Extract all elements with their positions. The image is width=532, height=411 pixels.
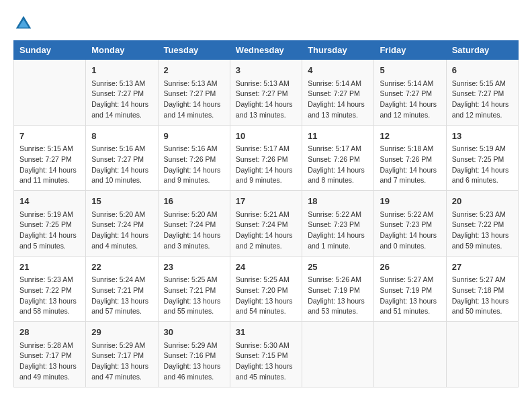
- day-number: 30: [164, 326, 224, 339]
- weekday-header-cell: Sunday: [14, 41, 86, 60]
- day-info: Sunrise: 5:17 AM Sunset: 7:26 PM Dayligh…: [236, 144, 296, 186]
- calendar-header: SundayMondayTuesdayWednesdayThursdayFrid…: [14, 41, 519, 60]
- calendar-day-cell: 28Sunrise: 5:28 AM Sunset: 7:17 PM Dayli…: [14, 322, 86, 387]
- calendar-week-row: 7Sunrise: 5:15 AM Sunset: 7:27 PM Daylig…: [14, 125, 519, 191]
- logo-icon: [13, 13, 34, 34]
- day-number: 17: [236, 195, 296, 208]
- day-info: Sunrise: 5:19 AM Sunset: 7:25 PM Dayligh…: [19, 210, 80, 252]
- day-number: 4: [308, 64, 368, 77]
- day-info: Sunrise: 5:18 AM Sunset: 7:26 PM Dayligh…: [380, 144, 440, 186]
- day-number: 19: [380, 195, 440, 208]
- day-number: 11: [308, 130, 368, 143]
- weekday-header-cell: Monday: [86, 41, 158, 60]
- calendar-body: 1Sunrise: 5:13 AM Sunset: 7:27 PM Daylig…: [14, 60, 519, 387]
- day-info: Sunrise: 5:17 AM Sunset: 7:26 PM Dayligh…: [308, 144, 368, 186]
- day-info: Sunrise: 5:21 AM Sunset: 7:24 PM Dayligh…: [236, 210, 296, 252]
- day-number: 16: [164, 195, 224, 208]
- calendar-day-cell: 20Sunrise: 5:23 AM Sunset: 7:22 PM Dayli…: [446, 191, 518, 257]
- day-info: Sunrise: 5:14 AM Sunset: 7:27 PM Dayligh…: [380, 79, 440, 121]
- day-number: 13: [452, 130, 513, 143]
- calendar-day-cell: 2Sunrise: 5:13 AM Sunset: 7:27 PM Daylig…: [158, 60, 230, 126]
- calendar-day-cell: 1Sunrise: 5:13 AM Sunset: 7:27 PM Daylig…: [86, 60, 158, 126]
- calendar-week-row: 21Sunrise: 5:23 AM Sunset: 7:22 PM Dayli…: [14, 256, 519, 322]
- calendar-day-cell: 12Sunrise: 5:18 AM Sunset: 7:26 PM Dayli…: [374, 125, 446, 191]
- day-info: Sunrise: 5:23 AM Sunset: 7:22 PM Dayligh…: [19, 275, 80, 317]
- day-info: Sunrise: 5:20 AM Sunset: 7:24 PM Dayligh…: [164, 210, 224, 252]
- day-number: 14: [19, 195, 80, 208]
- day-info: Sunrise: 5:27 AM Sunset: 7:18 PM Dayligh…: [452, 275, 513, 317]
- calendar-day-cell: 29Sunrise: 5:29 AM Sunset: 7:17 PM Dayli…: [86, 322, 158, 387]
- weekday-header-cell: Tuesday: [158, 41, 230, 60]
- calendar-day-cell: 7Sunrise: 5:15 AM Sunset: 7:27 PM Daylig…: [14, 125, 86, 191]
- calendar-week-row: 1Sunrise: 5:13 AM Sunset: 7:27 PM Daylig…: [14, 60, 519, 126]
- day-info: Sunrise: 5:19 AM Sunset: 7:25 PM Dayligh…: [452, 144, 513, 186]
- calendar-day-cell: 22Sunrise: 5:24 AM Sunset: 7:21 PM Dayli…: [86, 256, 158, 322]
- calendar-day-cell: [14, 60, 86, 126]
- day-info: Sunrise: 5:27 AM Sunset: 7:19 PM Dayligh…: [380, 275, 440, 317]
- day-number: 18: [308, 195, 368, 208]
- day-info: Sunrise: 5:16 AM Sunset: 7:27 PM Dayligh…: [91, 144, 152, 186]
- day-info: Sunrise: 5:24 AM Sunset: 7:21 PM Dayligh…: [91, 275, 152, 317]
- calendar-day-cell: 8Sunrise: 5:16 AM Sunset: 7:27 PM Daylig…: [86, 125, 158, 191]
- day-number: 26: [380, 261, 440, 274]
- calendar-day-cell: 9Sunrise: 5:16 AM Sunset: 7:26 PM Daylig…: [158, 125, 230, 191]
- day-number: 6: [452, 64, 513, 77]
- calendar-day-cell: [302, 322, 374, 387]
- calendar-day-cell: 25Sunrise: 5:26 AM Sunset: 7:19 PM Dayli…: [302, 256, 374, 322]
- day-info: Sunrise: 5:28 AM Sunset: 7:17 PM Dayligh…: [19, 340, 80, 383]
- weekday-header-row: SundayMondayTuesdayWednesdayThursdayFrid…: [14, 41, 519, 60]
- day-number: 27: [452, 261, 513, 274]
- day-number: 22: [91, 261, 152, 274]
- calendar-day-cell: 23Sunrise: 5:25 AM Sunset: 7:21 PM Dayli…: [158, 256, 230, 322]
- day-number: 8: [91, 130, 152, 143]
- day-info: Sunrise: 5:20 AM Sunset: 7:24 PM Dayligh…: [91, 210, 152, 252]
- weekday-header-cell: Friday: [374, 41, 446, 60]
- logo: [13, 13, 35, 34]
- day-info: Sunrise: 5:15 AM Sunset: 7:27 PM Dayligh…: [452, 79, 513, 121]
- calendar-day-cell: 11Sunrise: 5:17 AM Sunset: 7:26 PM Dayli…: [302, 125, 374, 191]
- day-number: 10: [236, 130, 296, 143]
- day-info: Sunrise: 5:30 AM Sunset: 7:15 PM Dayligh…: [236, 340, 296, 383]
- day-info: Sunrise: 5:14 AM Sunset: 7:27 PM Dayligh…: [308, 79, 368, 121]
- day-info: Sunrise: 5:23 AM Sunset: 7:22 PM Dayligh…: [452, 210, 513, 252]
- calendar-day-cell: 5Sunrise: 5:14 AM Sunset: 7:27 PM Daylig…: [374, 60, 446, 126]
- calendar-day-cell: 14Sunrise: 5:19 AM Sunset: 7:25 PM Dayli…: [14, 191, 86, 257]
- day-number: 3: [236, 64, 296, 77]
- calendar-day-cell: 24Sunrise: 5:25 AM Sunset: 7:20 PM Dayli…: [230, 256, 302, 322]
- day-info: Sunrise: 5:25 AM Sunset: 7:21 PM Dayligh…: [164, 275, 224, 317]
- day-info: Sunrise: 5:22 AM Sunset: 7:23 PM Dayligh…: [380, 210, 440, 252]
- calendar-day-cell: 15Sunrise: 5:20 AM Sunset: 7:24 PM Dayli…: [86, 191, 158, 257]
- calendar-day-cell: 10Sunrise: 5:17 AM Sunset: 7:26 PM Dayli…: [230, 125, 302, 191]
- calendar-day-cell: 31Sunrise: 5:30 AM Sunset: 7:15 PM Dayli…: [230, 322, 302, 387]
- calendar-day-cell: 30Sunrise: 5:29 AM Sunset: 7:16 PM Dayli…: [158, 322, 230, 387]
- day-number: 1: [91, 64, 152, 77]
- day-info: Sunrise: 5:25 AM Sunset: 7:20 PM Dayligh…: [236, 275, 296, 317]
- calendar-day-cell: [374, 322, 446, 387]
- day-number: 12: [380, 130, 440, 143]
- calendar-day-cell: 3Sunrise: 5:13 AM Sunset: 7:27 PM Daylig…: [230, 60, 302, 126]
- calendar-day-cell: 18Sunrise: 5:22 AM Sunset: 7:23 PM Dayli…: [302, 191, 374, 257]
- day-info: Sunrise: 5:13 AM Sunset: 7:27 PM Dayligh…: [164, 79, 224, 121]
- day-number: 28: [19, 326, 80, 339]
- day-number: 15: [91, 195, 152, 208]
- day-number: 21: [19, 261, 80, 274]
- calendar-day-cell: 13Sunrise: 5:19 AM Sunset: 7:25 PM Dayli…: [446, 125, 518, 191]
- day-number: 20: [452, 195, 513, 208]
- day-info: Sunrise: 5:13 AM Sunset: 7:27 PM Dayligh…: [91, 79, 152, 121]
- day-info: Sunrise: 5:26 AM Sunset: 7:19 PM Dayligh…: [308, 275, 368, 317]
- day-info: Sunrise: 5:29 AM Sunset: 7:17 PM Dayligh…: [91, 340, 152, 383]
- calendar-day-cell: 6Sunrise: 5:15 AM Sunset: 7:27 PM Daylig…: [446, 60, 518, 126]
- weekday-header-cell: Saturday: [446, 41, 518, 60]
- day-number: 2: [164, 64, 224, 77]
- weekday-header-cell: Wednesday: [230, 41, 302, 60]
- day-number: 9: [164, 130, 224, 143]
- day-info: Sunrise: 5:13 AM Sunset: 7:27 PM Dayligh…: [236, 79, 296, 121]
- day-number: 25: [308, 261, 368, 274]
- weekday-header-cell: Thursday: [302, 41, 374, 60]
- day-number: 5: [380, 64, 440, 77]
- calendar-day-cell: 17Sunrise: 5:21 AM Sunset: 7:24 PM Dayli…: [230, 191, 302, 257]
- calendar-week-row: 28Sunrise: 5:28 AM Sunset: 7:17 PM Dayli…: [14, 322, 519, 387]
- day-info: Sunrise: 5:22 AM Sunset: 7:23 PM Dayligh…: [308, 210, 368, 252]
- day-info: Sunrise: 5:15 AM Sunset: 7:27 PM Dayligh…: [19, 144, 80, 186]
- page-header: [13, 13, 519, 34]
